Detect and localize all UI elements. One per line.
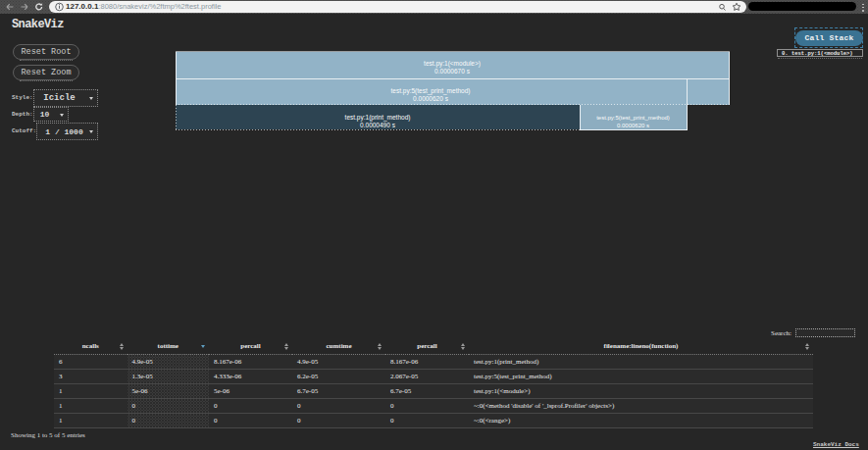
svg-text:0.0000670 s: 0.0000670 s [434,68,471,75]
svg-text:test.py:5(test_print_method): test.py:5(test_print_method) [596,115,670,121]
svg-text:0.0000620 s: 0.0000620 s [617,123,649,128]
svg-text:0.0000490 s: 0.0000490 s [360,122,396,128]
svg-text:0.0000620 s: 0.0000620 s [413,95,449,102]
